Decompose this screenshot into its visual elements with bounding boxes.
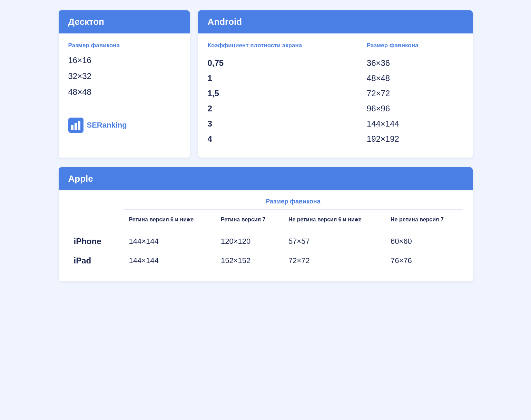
android-size-0: 36×36 xyxy=(367,56,463,71)
android-density-1: 1 xyxy=(208,71,367,86)
apple-col-non-retina-7: Не ретина версия 7 xyxy=(385,210,463,230)
top-row: Десктоп Размер фавикона 16×16 32×32 48×4… xyxy=(59,10,473,158)
android-title: Android xyxy=(208,17,463,27)
android-size-2: 72×72 xyxy=(367,86,463,101)
branding: SERanking xyxy=(59,108,190,140)
desktop-size-1: 32×32 xyxy=(68,71,180,81)
apple-section: Apple Размер фавикона Ретина версия 6 и … xyxy=(59,167,473,281)
android-body: Коэффициент плотности экрана Размер фави… xyxy=(198,33,473,158)
android-header: Android xyxy=(198,10,473,33)
apple-iphone-non-retina-7: 60×60 xyxy=(385,230,463,251)
android-size-4: 144×144 xyxy=(367,116,463,131)
svg-rect-2 xyxy=(75,123,77,130)
android-density-4: 3 xyxy=(208,116,367,131)
apple-row-iphone: iPhone 144×144 120×120 57×57 60×60 xyxy=(68,230,463,251)
android-density-3: 2 xyxy=(208,101,367,116)
apple-header: Apple xyxy=(59,167,473,190)
desktop-card: Десктоп Размер фавикона 16×16 32×32 48×4… xyxy=(59,10,190,158)
apple-ipad-non-retina-6: 72×72 xyxy=(283,251,385,270)
android-card: Android Коэффициент плотности экрана Раз… xyxy=(198,10,473,158)
desktop-body: Размер фавикона 16×16 32×32 48×48 xyxy=(59,33,190,108)
apple-col-non-retina-6: Не ретина версия 6 и ниже xyxy=(283,210,385,230)
branding-ranking: Ranking xyxy=(97,121,127,129)
android-col-favicon: Размер фавикона xyxy=(367,42,463,56)
branding-se: SE xyxy=(87,121,97,129)
apple-col-retina-6: Ретина версия 6 и ниже xyxy=(124,210,216,230)
desktop-title: Десктоп xyxy=(68,17,180,27)
desktop-values: 16×16 32×32 48×48 xyxy=(68,56,180,97)
android-density-0: 0,75 xyxy=(208,56,367,71)
desktop-header: Десктоп xyxy=(59,10,190,33)
android-density-5: 4 xyxy=(208,131,367,147)
android-size-3: 96×96 xyxy=(367,101,463,116)
apple-row-ipad: iPad 144×144 152×152 72×72 76×76 xyxy=(68,251,463,270)
android-row-3: 2 96×96 xyxy=(208,101,463,116)
apple-iphone-retina-7: 120×120 xyxy=(215,230,283,251)
desktop-size-2: 48×48 xyxy=(68,87,180,97)
android-table: Коэффициент плотности экрана Размер фави… xyxy=(208,42,463,147)
svg-rect-3 xyxy=(78,121,80,130)
apple-col-device xyxy=(68,210,124,230)
android-row-1: 1 48×48 xyxy=(208,71,463,86)
apple-favicon-size-label: Размер фавикона xyxy=(124,190,463,210)
android-size-1: 48×48 xyxy=(367,71,463,86)
desktop-col-header: Размер фавикона xyxy=(68,42,180,49)
desktop-size-0: 16×16 xyxy=(68,56,180,65)
apple-ipad-retina-7: 152×152 xyxy=(215,251,283,270)
apple-device-ipad: iPad xyxy=(68,251,124,270)
apple-ipad-retina-6: 144×144 xyxy=(124,251,216,270)
android-row-2: 1,5 72×72 xyxy=(208,86,463,101)
apple-table-container: Размер фавикона Ретина версия 6 и ниже Р… xyxy=(59,190,473,281)
android-density-2: 1,5 xyxy=(208,86,367,101)
android-size-5: 192×192 xyxy=(367,131,463,147)
android-row-4: 3 144×144 xyxy=(208,116,463,131)
android-row-5: 4 192×192 xyxy=(208,131,463,147)
apple-table: Размер фавикона Ретина версия 6 и ниже Р… xyxy=(68,190,463,270)
se-ranking-icon xyxy=(68,118,83,133)
apple-iphone-retina-6: 144×144 xyxy=(124,230,216,251)
apple-device-iphone: iPhone xyxy=(68,230,124,251)
svg-rect-1 xyxy=(71,125,73,130)
apple-ipad-non-retina-7: 76×76 xyxy=(385,251,463,270)
branding-text: SERanking xyxy=(87,121,127,130)
apple-iphone-non-retina-6: 57×57 xyxy=(283,230,385,251)
main-container: Десктоп Размер фавикона 16×16 32×32 48×4… xyxy=(59,10,473,281)
android-row-0: 0,75 36×36 xyxy=(208,56,463,71)
android-col-density: Коэффициент плотности экрана xyxy=(208,42,367,56)
apple-title: Apple xyxy=(68,173,463,184)
apple-col-retina-7: Ретина версия 7 xyxy=(215,210,283,230)
